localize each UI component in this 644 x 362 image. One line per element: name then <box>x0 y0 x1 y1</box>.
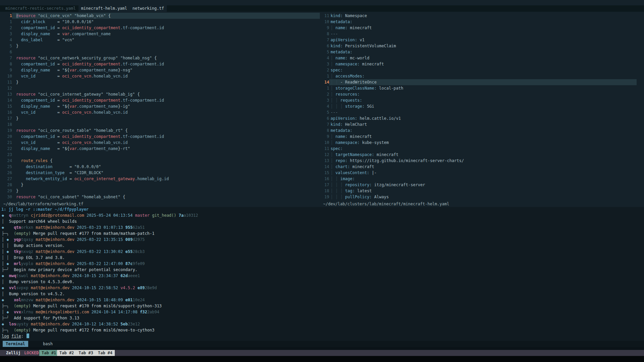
log-line: │ ◆ vvxxlrnu me@mirkogalimberti.com 2024… <box>0 309 644 315</box>
code-line: 1 cidr_block = "10.0.0.0/16" <box>0 19 320 25</box>
code-line: 17│ │ │ repository: itzg/minecraft-serve… <box>320 182 637 188</box>
line-number: 9 <box>320 25 329 31</box>
line-number: 11 <box>320 13 329 19</box>
code-line: 12 <box>0 85 320 91</box>
line-number: 5 <box>320 49 329 55</box>
code-line: 27 network_entity_id = oci_core_internet… <box>0 176 320 182</box>
log-line: ├─╮ (empty) Merge pull request #170 from… <box>0 303 644 309</box>
zellij-tab-3[interactable]: Tab #3 <box>76 350 95 356</box>
code-line: 16│ │ image: <box>320 176 637 182</box>
line-number: 26 <box>0 170 12 176</box>
code-line: 23 <box>0 152 320 158</box>
line-number: 2 <box>0 25 12 31</box>
line-number: 23 <box>0 152 12 158</box>
code-line: 21 vcn_id = oci_core_vcn.homelab_vcn.id <box>0 140 320 146</box>
zellij-status-bar: Zellij LOCKED Tab #1 Tab #2Tab #3Tab #4 <box>0 350 644 356</box>
log-line: │ Bump version to v4.5.2. <box>0 291 644 297</box>
code-line: 9│ name: minecraft <box>320 25 637 31</box>
line-number: 6 <box>320 43 329 49</box>
line-number: 19 <box>0 127 12 134</box>
code-line: 24 route_rules { <box>0 158 320 164</box>
line-number: 18 <box>320 188 329 194</box>
code-line: 15│ valuesContent: |- <box>320 170 637 176</box>
code-line: 9 display_name = "${var.compartment_name… <box>0 67 320 73</box>
code-line: 12│ targetNamespace: minecraft <box>320 152 637 158</box>
line-number: 24 <box>0 158 12 164</box>
line-number: 25 <box>0 164 12 170</box>
editor-split-networking-tf[interactable]: 1resource "oci_core_vcn" "homelab_vcn" {… <box>0 13 320 200</box>
code-line: 28 } <box>0 182 320 188</box>
code-line: 2 compartment_id = oci_identity_compartm… <box>0 25 320 31</box>
line-number: 28 <box>0 182 12 188</box>
line-number: 9 <box>320 134 329 140</box>
zellij-app-label: Zellij <box>6 350 20 356</box>
code-line: 3 display_name = var.compartment_name <box>0 31 320 37</box>
line-number: 22 <box>0 146 12 152</box>
jj-log-output[interactable]: ◆ qmxttryn cjriddz@protonmail.com 2025-0… <box>0 212 644 333</box>
code-line: 26 destination_type = "CIDR_BLOCK" <box>0 170 320 176</box>
line-number: 5 <box>0 43 12 49</box>
zellij-tab-4[interactable]: Tab #4 <box>96 350 115 356</box>
line-number: 18 <box>0 121 12 127</box>
buffer-tab-minecraft-helm.yaml[interactable]: minecraft-helm.yaml <box>79 5 130 12</box>
line-number: 20 <box>0 134 12 140</box>
editor-split-minecraft-helm-yaml[interactable]: 11kind: Namespace10metadata:9│ name: min… <box>320 13 637 200</box>
line-number: 4 <box>0 37 12 43</box>
line-number: 1 <box>320 85 329 91</box>
code-line: 16 vcn_id = oci_core_vcn.homelab_vcn.id <box>0 109 320 115</box>
buffer-tab-minecraft-restic-secrets.yaml[interactable]: minecraft-restic-secrets.yaml <box>3 5 79 12</box>
code-line: 10 vcn_id = oci_core_vcn.homelab_vcn.id <box>0 73 320 79</box>
log-line: │ ◆ tkynxvqz matt@einhorn.dev 2025-03-22… <box>0 249 644 255</box>
line-number: 17 <box>320 182 329 188</box>
log-line: ├─╯ Begin new primary device after poten… <box>0 267 644 273</box>
prompt-word: file <box>11 334 21 339</box>
code-line: 14 compartment_id = oci_identity_compart… <box>0 97 320 103</box>
line-number: 4 <box>320 103 329 109</box>
code-line: 1│ accessModes: <box>320 73 637 79</box>
prompt-word: log <box>2 334 9 339</box>
code-line: 13│ repo: https://itzg.github.io/minecra… <box>320 158 637 164</box>
code-line: 18 <box>0 121 320 127</box>
code-line: 6 <box>0 49 320 55</box>
log-line: │ Support aarch64 wheel builds <box>0 218 644 224</box>
line-number: 7 <box>320 37 329 43</box>
code-line: 17} <box>0 115 320 121</box>
line-number: 3 <box>320 61 329 67</box>
right-statusline-path: ~/dev/lab/clusters/lab/minecraft/minecra… <box>323 201 449 207</box>
line-number: 8 <box>0 61 12 67</box>
zellij-tab-1[interactable]: Tab #1 <box>39 350 58 356</box>
code-line: 5--- <box>320 109 637 115</box>
code-line: 25 destination = "0.0.0.0/0" <box>0 164 320 170</box>
code-line: 8--- <box>320 31 637 37</box>
terminal-tab-bash[interactable]: bash <box>43 341 53 347</box>
line-number: 16 <box>0 109 12 115</box>
line-number: 17 <box>0 115 12 121</box>
line-number: 3 <box>320 97 329 103</box>
line-number: 7 <box>0 55 12 61</box>
code-line: 5} <box>0 43 320 49</box>
terminal-tab-bar: Terminal bash <box>0 341 644 347</box>
code-line: 7apiVersion: v1 <box>320 37 637 43</box>
line-number: 10 <box>320 140 329 146</box>
code-line: 8 compartment_id = oci_identity_compartm… <box>0 61 320 67</box>
code-line: 1│ storageClassName: local-path <box>320 85 637 91</box>
code-line: 6apiVersion: helm.cattle.io/v1 <box>320 115 637 121</box>
code-line: 2spec: <box>320 67 637 73</box>
buffer-tab-networking.tf[interactable]: networking.tf <box>130 5 167 12</box>
terminal-prompt[interactable]: log file: <box>2 333 29 339</box>
code-line: 11} <box>0 79 320 85</box>
code-line: 10metadata: <box>320 19 637 25</box>
line-number: 15 <box>320 170 329 176</box>
terminal-tab-terminal[interactable]: Terminal <box>3 341 28 347</box>
log-line: │ ◆ yqptqxsy matt@einhorn.dev 2025-03-22… <box>0 237 644 243</box>
log-line: ◆ losuysty matt@einhorn.dev 2024-10-12 1… <box>0 321 644 327</box>
line-number: 13 <box>320 158 329 164</box>
line-number: 16 <box>320 176 329 182</box>
line-number: 10 <box>0 73 12 79</box>
line-number: 15 <box>0 103 12 109</box>
code-line: 7kind: HelmChart <box>320 121 637 127</box>
zellij-tab-2[interactable]: Tab #2 <box>57 350 76 356</box>
line-number: 14 <box>0 97 12 103</box>
line-number: 14 <box>320 164 329 170</box>
code-line: 5metadata: <box>320 49 637 55</box>
